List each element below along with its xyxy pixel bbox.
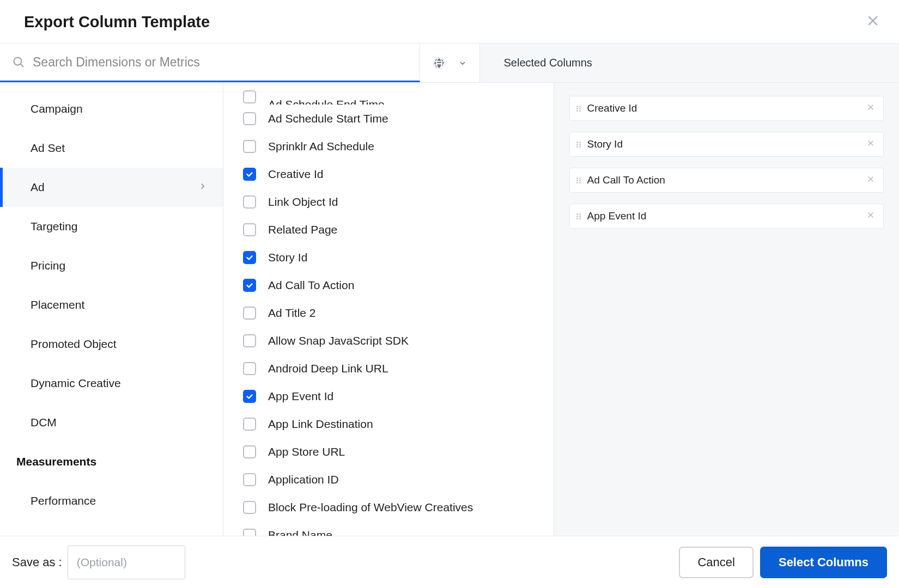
option-label: Sprinklr Ad Schedule xyxy=(268,140,374,153)
option-row[interactable]: App Store URL xyxy=(223,438,538,465)
save-as-label: Save as : xyxy=(12,555,62,569)
sidebar-item-label: Dynamic Creative xyxy=(31,377,121,390)
remove-column-button[interactable] xyxy=(865,173,877,187)
chevron-down-icon xyxy=(458,59,467,68)
sidebar-item-placement[interactable]: Placement xyxy=(0,285,223,324)
option-row[interactable]: Sprinklr Ad Schedule xyxy=(223,132,538,160)
remove-column-button[interactable] xyxy=(865,101,877,115)
selected-column-item[interactable]: Story Id xyxy=(569,132,884,157)
sidebar-item-label: DCM xyxy=(31,416,57,429)
option-label: Ad Schedule Start Time xyxy=(268,112,388,125)
checkbox[interactable] xyxy=(243,473,256,486)
checkbox[interactable] xyxy=(243,112,256,125)
drag-handle-icon[interactable] xyxy=(576,106,581,112)
sidebar-item-dynamic-creative[interactable]: Dynamic Creative xyxy=(0,364,223,403)
sidebar-item-label: Ad Set xyxy=(31,142,65,155)
option-label: Ad Call To Action xyxy=(268,279,354,292)
drag-handle-icon[interactable] xyxy=(576,213,581,219)
search-input[interactable] xyxy=(33,55,408,70)
option-label: Application ID xyxy=(268,473,339,486)
option-label: Ad Title 2 xyxy=(268,307,316,320)
globe-icon xyxy=(432,56,446,70)
close-icon xyxy=(866,14,879,27)
option-label: Allow Snap JavaScript SDK xyxy=(268,334,409,347)
search-container xyxy=(0,44,420,82)
selected-columns-pane: Creative IdStory IdAd Call To ActionApp … xyxy=(554,83,900,536)
search-icon xyxy=(12,56,25,69)
sidebar-item-pricing[interactable]: Pricing xyxy=(0,246,223,285)
option-row[interactable]: Link Object Id xyxy=(223,188,538,216)
checkbox[interactable] xyxy=(243,445,256,458)
sidebar-item-label: Targeting xyxy=(31,220,77,233)
option-label: Creative Id xyxy=(268,168,324,181)
checkbox[interactable] xyxy=(243,90,256,103)
checkbox[interactable] xyxy=(243,529,256,536)
checkbox[interactable] xyxy=(243,140,256,153)
checkbox[interactable] xyxy=(243,334,256,347)
svg-point-0 xyxy=(14,58,22,65)
option-row[interactable]: Ad Schedule Start Time xyxy=(223,105,538,132)
option-label: Android Deep Link URL xyxy=(268,362,388,375)
close-button[interactable] xyxy=(866,14,879,30)
option-label: Story Id xyxy=(268,251,307,264)
option-row[interactable]: Creative Id xyxy=(223,160,538,188)
checkbox[interactable] xyxy=(243,362,256,375)
option-row[interactable]: Story Id xyxy=(223,243,538,271)
checkbox[interactable] xyxy=(243,279,256,292)
option-row[interactable]: Ad Call To Action xyxy=(223,271,538,299)
option-label: Brand Name xyxy=(268,529,332,536)
options-list: Ad Schedule End TimeAd Schedule Start Ti… xyxy=(223,83,554,536)
svg-line-1 xyxy=(21,64,23,67)
sidebar-item-targeting[interactable]: Targeting xyxy=(0,207,223,246)
checkbox[interactable] xyxy=(243,307,256,320)
option-label: Related Page xyxy=(268,223,337,236)
dialog-title: Export Column Template xyxy=(24,13,210,31)
option-label: App Link Destination xyxy=(268,418,373,431)
option-row[interactable]: App Event Id xyxy=(223,382,538,410)
sidebar-item-ad[interactable]: Ad xyxy=(0,168,223,207)
sidebar-item-ad-set[interactable]: Ad Set xyxy=(0,128,223,168)
remove-column-button[interactable] xyxy=(865,209,877,223)
language-dropdown[interactable] xyxy=(420,44,480,82)
cancel-button[interactable]: Cancel xyxy=(679,547,753,578)
category-sidebar: CampaignAd SetAdTargetingPricingPlacemen… xyxy=(0,83,223,536)
checkbox[interactable] xyxy=(243,223,256,236)
option-label: App Store URL xyxy=(268,445,345,458)
selected-column-item[interactable]: Ad Call To Action xyxy=(569,168,884,193)
checkbox[interactable] xyxy=(243,418,256,431)
option-row[interactable]: Ad Schedule End Time xyxy=(223,89,538,105)
option-row[interactable]: Android Deep Link URL xyxy=(223,354,538,382)
option-row[interactable]: Application ID xyxy=(223,465,538,493)
option-label: Block Pre-loading of WebView Creatives xyxy=(268,501,473,514)
selected-column-item[interactable]: App Event Id xyxy=(569,204,884,229)
option-row[interactable]: Brand Name xyxy=(223,521,538,536)
selected-column-label: Ad Call To Action xyxy=(587,174,859,186)
selected-column-label: App Event Id xyxy=(587,210,859,222)
option-label: Link Object Id xyxy=(268,195,338,209)
option-row[interactable]: Allow Snap JavaScript SDK xyxy=(223,327,538,354)
checkbox[interactable] xyxy=(243,390,256,403)
checkbox[interactable] xyxy=(243,195,256,209)
sidebar-item-performance[interactable]: Performance xyxy=(0,481,223,520)
option-row[interactable]: Block Pre-loading of WebView Creatives xyxy=(223,493,538,521)
drag-handle-icon[interactable] xyxy=(576,142,581,148)
checkbox[interactable] xyxy=(243,168,256,181)
selected-column-item[interactable]: Creative Id xyxy=(569,96,884,121)
remove-column-button[interactable] xyxy=(865,137,877,151)
selected-column-label: Creative Id xyxy=(587,102,859,114)
option-row[interactable]: Related Page xyxy=(223,216,538,243)
drag-handle-icon[interactable] xyxy=(576,177,581,183)
sidebar-item-promoted-object[interactable]: Promoted Object xyxy=(0,324,223,364)
sidebar-item-label: Promoted Object xyxy=(31,338,117,351)
sidebar-item-campaign[interactable]: Campaign xyxy=(0,89,223,128)
selected-column-label: Story Id xyxy=(587,138,859,150)
chevron-right-icon xyxy=(198,181,208,194)
option-row[interactable]: Ad Title 2 xyxy=(223,299,538,327)
sidebar-item-dcm[interactable]: DCM xyxy=(0,403,223,442)
sidebar-item-label: Pricing xyxy=(31,259,65,272)
option-row[interactable]: App Link Destination xyxy=(223,410,538,438)
save-as-input[interactable] xyxy=(68,546,185,579)
select-columns-button[interactable]: Select Columns xyxy=(760,547,887,578)
checkbox[interactable] xyxy=(243,501,256,514)
checkbox[interactable] xyxy=(243,251,256,264)
